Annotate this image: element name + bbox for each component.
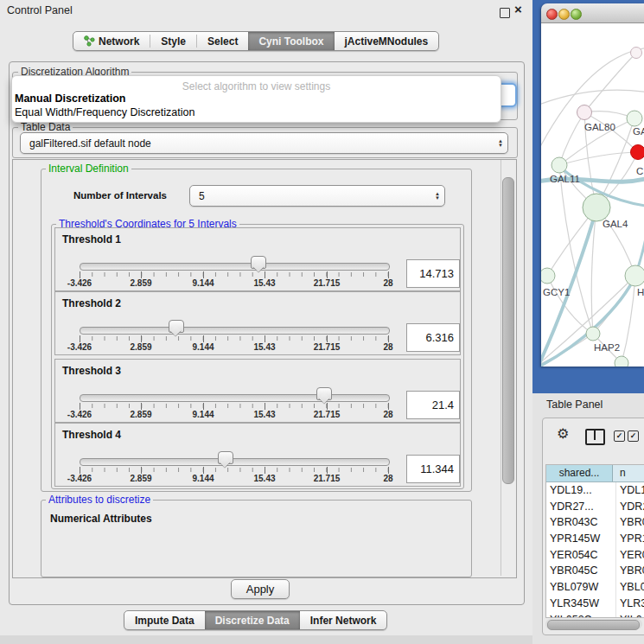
node[interactable] (615, 356, 628, 367)
table-row[interactable]: YBR045CYBR0 (546, 563, 644, 579)
slider-track[interactable] (80, 458, 390, 466)
tab-jactivemnodules[interactable]: jActiveMNodules (335, 32, 439, 50)
checkbox-icon[interactable]: ✓ (628, 430, 639, 442)
scale-label: 15.43 (253, 410, 275, 419)
node[interactable] (625, 265, 644, 286)
table-cell: YBR0 (616, 514, 644, 531)
node-label: GAL11 (550, 174, 580, 184)
node-gcy1[interactable] (541, 268, 555, 284)
zoom-traffic-light[interactable] (571, 9, 582, 20)
node-gal80[interactable] (577, 105, 592, 120)
float-window-icon[interactable] (500, 8, 510, 18)
node-label: H (637, 287, 644, 297)
table-cell: YER054C (546, 547, 616, 564)
table-row[interactable]: YDL19...YDL1 (546, 482, 644, 499)
table-cell: YLR3 (616, 596, 644, 612)
node-selected-red[interactable] (631, 145, 644, 160)
slider-thumb[interactable] (251, 256, 266, 269)
tab-cyni-toolbox-label: Cyni Toolbox (258, 35, 323, 48)
table-cell: YBR045C (546, 563, 616, 579)
node[interactable] (627, 111, 642, 126)
split-columns-icon[interactable] (585, 429, 605, 445)
minimize-traffic-light[interactable] (558, 9, 570, 20)
apply-button[interactable]: Apply (231, 579, 290, 599)
scale-label: 9.144 (192, 410, 214, 419)
table-cell: YLR345W (546, 596, 616, 612)
node-hap2[interactable] (586, 327, 600, 341)
scale-label: -3.426 (67, 278, 92, 288)
table-row[interactable]: YLR345WYLR3 (546, 596, 644, 612)
popup-option-equal-width[interactable]: Equal Width/Frequency Discretization (15, 106, 194, 118)
slider-minor-ticks (80, 336, 389, 341)
scale-label: 28 (383, 410, 392, 419)
table-cell: YPR145W (546, 531, 616, 547)
threshold-label: Threshold 1 (62, 233, 121, 245)
table-row[interactable]: YER054CYER0 (546, 547, 644, 564)
threshold-value-field[interactable]: 14.713 (406, 259, 460, 288)
table-data-group: Table Data galFiltered.sif default node … (12, 127, 518, 158)
scale-label: -3.426 (67, 342, 92, 352)
close-traffic-light[interactable] (546, 9, 558, 20)
column-header-shared-name[interactable]: shared... (546, 465, 613, 481)
scale-label: 9.144 (192, 342, 214, 352)
scale-label: 2.859 (130, 342, 151, 352)
tab-style[interactable]: Style (150, 32, 196, 50)
scale-label: 28 (383, 342, 392, 352)
vertical-scrollbar-thumb[interactable] (502, 177, 514, 484)
tab-select[interactable]: Select (197, 32, 248, 50)
network-window-titlebar[interactable] (541, 3, 644, 23)
control-panel: Control Panel × Network Style Select Cyn… (0, 0, 533, 644)
node-label: GA (633, 126, 644, 137)
tab-jactivemnodules-label: jActiveMNodules (345, 35, 429, 48)
node-label: GAL4 (603, 219, 628, 229)
tab-discretize-data[interactable]: Discretize Data (205, 611, 300, 629)
table-row[interactable]: YPR145WYPR1 (546, 531, 644, 547)
slider-track[interactable] (80, 327, 390, 335)
stepper-arrows-icon: ▲▼ (494, 139, 507, 148)
table-cell: YBL0 (616, 579, 644, 596)
threshold-value-field[interactable]: 21.4 (406, 391, 460, 419)
threshold-panel: Threshold 2 -3.426 2.859 9.144 15.43 21.… (54, 291, 461, 355)
tab-impute-data[interactable]: Impute Data (124, 611, 205, 629)
tab-network[interactable]: Network (73, 32, 150, 50)
scale-label: 2.859 (130, 278, 151, 288)
table-row[interactable]: YIL052CYIL0 (546, 612, 644, 619)
table-cell: YIL0 (616, 612, 644, 619)
table-row[interactable]: YDR27...YDR2 (546, 499, 644, 515)
popup-option-manual[interactable]: Manual Discretization (15, 92, 126, 105)
tab-network-label: Network (99, 35, 139, 48)
network-canvas[interactable]: GAL80 GA C GAL11 GAL4 GCY1 H HAP2 (541, 23, 644, 367)
popup-hint-text: Select algorithm to view settings (12, 80, 501, 92)
slider-track[interactable] (80, 394, 390, 402)
scale-label: 28 (383, 474, 392, 483)
tab-infer-network[interactable]: Infer Network (300, 611, 387, 629)
gear-icon[interactable]: ⚙ (557, 427, 569, 441)
node-gal11[interactable] (552, 157, 567, 173)
interval-definition-title: Interval Definition (46, 163, 131, 175)
slider-track[interactable] (80, 263, 390, 271)
slider-thumb[interactable] (218, 451, 233, 464)
node-gal4[interactable] (583, 194, 610, 221)
slider-thumb[interactable] (316, 387, 332, 400)
node[interactable] (631, 48, 642, 59)
checkbox-icon[interactable]: ✓ (614, 430, 625, 442)
threshold-label: Threshold 4 (62, 429, 121, 441)
number-of-intervals-combobox[interactable]: 5 ▲▼ (189, 185, 445, 207)
table-cell: YDR2 (616, 499, 644, 515)
table-data-label: Table Data (18, 121, 73, 133)
threshold-value-field[interactable]: 6.316 (406, 323, 460, 352)
close-icon[interactable]: × (514, 2, 522, 16)
scale-label: 21.715 (314, 278, 341, 288)
scale-label: 9.144 (192, 278, 214, 288)
table-row[interactable]: YBR043CYBR0 (546, 514, 644, 531)
network-view-window[interactable]: GAL80 GA C GAL11 GAL4 GCY1 H HAP2 (541, 3, 644, 367)
tab-cyni-toolbox[interactable]: Cyni Toolbox (248, 32, 334, 50)
threshold-value-field[interactable]: 11.344 (406, 455, 460, 483)
column-header-name[interactable]: n (613, 465, 644, 481)
number-of-intervals-label: Number of Intervals (73, 190, 167, 201)
bottom-tab-bar: Impute Data Discretize Data Infer Networ… (124, 610, 387, 630)
table-row[interactable]: YBL079WYBL0 (546, 579, 644, 596)
horizontal-scrollbar-thumb[interactable] (547, 620, 640, 630)
slider-thumb[interactable] (169, 320, 184, 333)
table-data-combobox[interactable]: galFiltered.sif default node ▲▼ (20, 132, 508, 154)
